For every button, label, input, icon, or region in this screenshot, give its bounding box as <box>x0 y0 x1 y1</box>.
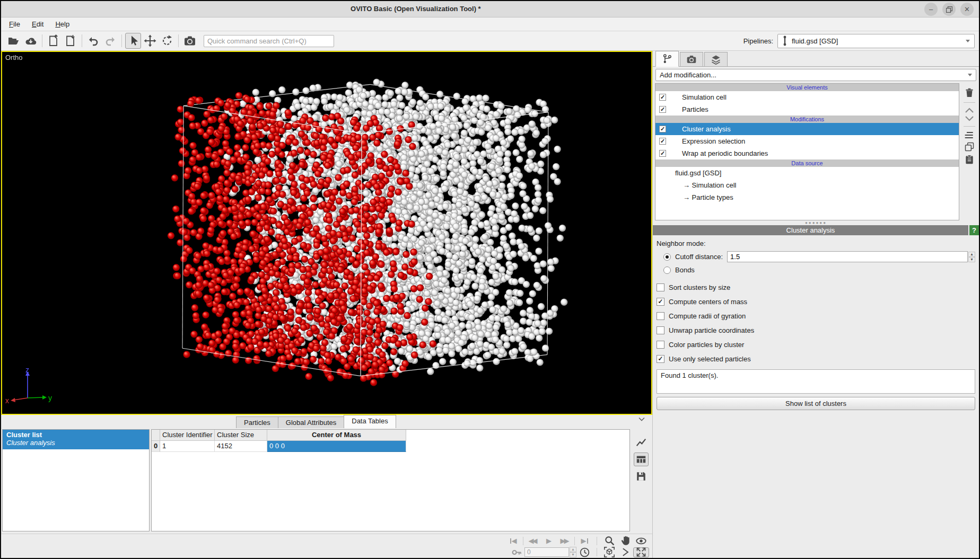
section-modifications: Modifications <box>655 116 959 123</box>
checkbox[interactable] <box>659 106 666 113</box>
bonds-radio[interactable] <box>663 267 671 274</box>
close-button[interactable]: ✕ <box>960 3 974 16</box>
table-header-row: Cluster Identifier Cluster Size Center o… <box>152 430 629 441</box>
export-table-button[interactable] <box>634 469 649 483</box>
undo-button[interactable] <box>85 33 101 49</box>
pipeline-item-simulation-cell-source[interactable]: → Simulation cell <box>655 179 959 191</box>
move-modifier-up-button[interactable] <box>965 107 974 113</box>
checkbox[interactable] <box>659 126 666 132</box>
compute-centers-checkbox[interactable] <box>657 298 664 306</box>
fast-rewind-button[interactable]: ◀◀ <box>525 536 541 546</box>
toggle-modifier-list-button[interactable] <box>964 131 975 139</box>
select-mode-button[interactable] <box>125 33 141 49</box>
import-remote-button[interactable] <box>23 33 39 49</box>
zoom-scene-extents-button[interactable] <box>601 547 617 557</box>
pipeline-item-data-file[interactable]: fluid.gsd [GSD] <box>655 167 959 179</box>
list-item-cluster-list[interactable]: Cluster list Cluster analysis <box>3 430 149 449</box>
pipeline-item-label: → Simulation cell <box>683 181 736 189</box>
pan-mode-button[interactable] <box>617 536 633 546</box>
viewport-projection-label[interactable]: Ortho <box>5 54 23 61</box>
cutoff-distance-input[interactable] <box>727 251 968 262</box>
pipeline-selector[interactable]: fluid.gsd [GSD] <box>777 34 975 48</box>
frame-spinner[interactable]: ▲▼ <box>570 547 576 557</box>
load-session-button[interactable] <box>63 33 78 49</box>
spin-down-icon[interactable]: ▼ <box>968 257 975 262</box>
spin-up-icon[interactable]: ▲ <box>968 252 975 257</box>
quick-command-search-input[interactable] <box>204 35 334 47</box>
checkbox-label: Unwrap particle coordinates <box>669 326 754 334</box>
pipeline-item-wrap-periodic[interactable]: Wrap at periodic boundaries <box>655 147 959 159</box>
pipeline-item-particles[interactable]: Particles <box>655 103 959 116</box>
viewport-menu-button[interactable] <box>617 547 633 557</box>
toolbar-separator <box>121 34 122 47</box>
compute-radii-checkbox[interactable] <box>657 312 664 320</box>
skip-to-start-button[interactable]: ◀ <box>505 536 521 546</box>
tab-global-attributes[interactable]: Global Attributes <box>278 416 344 428</box>
orbit-mode-button[interactable] <box>633 536 649 546</box>
animation-settings-button[interactable] <box>576 547 592 557</box>
restore-button[interactable] <box>942 3 956 16</box>
app-window: OVITO Basic (Open Visualization Tool) * … <box>0 0 980 559</box>
panel-splitter[interactable]: ●●●●●● <box>653 220 979 225</box>
cutoff-distance-label: Cutoff distance: <box>675 253 723 261</box>
cutoff-distance-radio[interactable] <box>663 253 671 261</box>
neighbor-mode-label: Neighbor mode: <box>657 239 975 247</box>
cell-cluster-identifier[interactable]: 1 <box>160 441 215 452</box>
help-button[interactable]: ? <box>969 225 979 235</box>
table-view-button[interactable] <box>634 452 649 466</box>
checkbox[interactable] <box>659 138 666 145</box>
tab-overlays[interactable] <box>704 52 728 66</box>
move-modifier-down-button[interactable] <box>965 116 974 122</box>
table-icon <box>635 454 647 465</box>
unwrap-coordinates-checkbox[interactable] <box>657 326 664 334</box>
checkbox-label: Use only selected particles <box>669 355 751 363</box>
cell-center-of-mass[interactable]: 0 0 0 <box>267 441 406 452</box>
plot-view-button[interactable] <box>634 436 649 449</box>
column-center-of-mass[interactable]: Center of Mass <box>267 430 406 441</box>
skip-to-end-button[interactable]: ▶ <box>576 536 592 546</box>
minimize-button[interactable]: – <box>924 3 938 16</box>
color-by-cluster-checkbox[interactable] <box>657 341 664 349</box>
pipeline-item-particle-types[interactable]: → Particle types <box>655 191 959 203</box>
menu-file[interactable]: File <box>4 19 25 30</box>
zoom-mode-button[interactable] <box>601 536 617 546</box>
add-modification-dropdown[interactable]: Add modification... <box>655 69 976 81</box>
tab-data-tables[interactable]: Data Tables <box>344 415 396 428</box>
cutoff-spinner[interactable]: ▲▼ <box>968 252 975 262</box>
viewport-3d[interactable]: Ortho z y x <box>1 51 652 415</box>
menu-help[interactable]: Help <box>50 19 74 30</box>
tab-pipeline[interactable] <box>655 51 679 67</box>
tab-rendering[interactable] <box>680 52 703 66</box>
paste-pipeline-item-button[interactable] <box>964 154 975 165</box>
render-button[interactable] <box>182 33 198 49</box>
maximize-viewport-button[interactable] <box>633 547 649 557</box>
rotate-mode-button[interactable] <box>159 33 175 49</box>
column-cluster-identifier[interactable]: Cluster Identifier <box>160 430 215 441</box>
delete-modifier-button[interactable] <box>964 87 975 98</box>
cell-cluster-size[interactable]: 4152 <box>215 441 267 452</box>
spin-up-icon[interactable]: ▲ <box>570 547 576 552</box>
animation-key-button[interactable] <box>509 547 524 557</box>
pipeline-item-expression-selection[interactable]: Expression selection <box>655 135 959 147</box>
column-cluster-size[interactable]: Cluster Size <box>215 430 267 441</box>
collapse-panel-button[interactable] <box>638 417 645 421</box>
pipeline-item-simulation-cell[interactable]: Simulation cell <box>655 91 959 103</box>
tab-particles[interactable]: Particles <box>236 416 278 428</box>
current-frame-input[interactable] <box>524 547 569 557</box>
fast-forward-button[interactable]: ▶▶ <box>557 536 573 546</box>
checkbox[interactable] <box>659 94 666 101</box>
redo-button[interactable] <box>102 33 118 49</box>
sort-clusters-checkbox[interactable] <box>657 283 664 291</box>
menu-edit[interactable]: Edit <box>27 19 48 30</box>
show-list-of-clusters-button[interactable]: Show list of clusters <box>657 397 975 410</box>
open-file-button[interactable] <box>6 33 22 49</box>
selected-particles-checkbox[interactable] <box>657 355 664 363</box>
spin-down-icon[interactable]: ▼ <box>570 552 576 557</box>
viewport-canvas[interactable] <box>2 52 651 414</box>
play-button[interactable]: ▶ <box>541 536 557 546</box>
save-session-button[interactable] <box>46 33 62 49</box>
pipeline-item-cluster-analysis[interactable]: Cluster analysis <box>655 123 959 135</box>
move-mode-button[interactable] <box>142 33 158 49</box>
checkbox[interactable] <box>659 150 666 157</box>
copy-pipeline-item-button[interactable] <box>964 141 975 152</box>
